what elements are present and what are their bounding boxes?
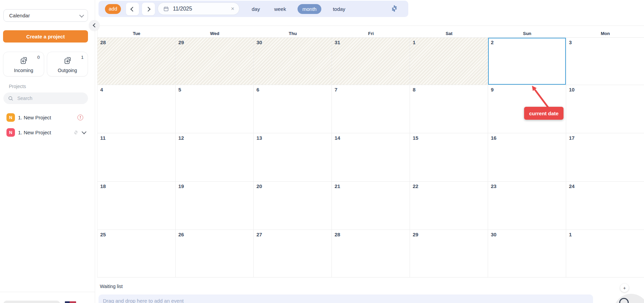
day-number: 25 — [100, 232, 106, 237]
calendar-toolbar: add × dayweekmonthtoday — [99, 1, 408, 17]
project-search — [3, 92, 88, 104]
day-number: 10 — [569, 87, 575, 92]
month-grid-body: 2829303112345678910111213141516171819202… — [97, 38, 644, 277]
calendar-top-border — [97, 26, 644, 26]
calendar-view-select[interactable]: Calendar — [3, 9, 88, 22]
incoming-card[interactable]: 0 Incoming — [3, 52, 44, 77]
day-number: 19 — [178, 183, 184, 189]
calendar-cell-current[interactable]: 2 — [488, 38, 566, 85]
calendar-cell[interactable]: 4 — [97, 85, 176, 133]
calendar-cell[interactable]: 30 — [254, 38, 332, 85]
sidebar-collapse-button[interactable] — [89, 20, 100, 31]
view-week-button[interactable]: week — [271, 4, 289, 14]
view-today-button[interactable]: today — [330, 4, 348, 14]
calendar-cell[interactable]: 6 — [254, 85, 332, 133]
project-row-2[interactable]: N 1. New Project — [0, 125, 95, 139]
calendar-cell[interactable]: 12 — [176, 133, 254, 182]
calendar-cell[interactable]: 17 — [566, 133, 644, 182]
create-project-button[interactable]: Create a project — [3, 30, 88, 43]
day-number: 9 — [491, 87, 494, 92]
day-number: 16 — [491, 135, 497, 141]
day-number: 8 — [413, 87, 415, 92]
calendar-cell[interactable]: 1 — [410, 38, 488, 85]
calendar-cell[interactable]: 14 — [332, 133, 410, 182]
chevron-down-icon[interactable] — [82, 130, 86, 134]
day-header-mon: Mon — [566, 29, 644, 37]
day-number: 30 — [491, 232, 497, 237]
gear-icon[interactable] — [73, 130, 78, 135]
calendar-cell[interactable]: 13 — [254, 133, 332, 182]
add-event-button[interactable]: add — [105, 4, 121, 14]
day-number: 21 — [335, 183, 340, 189]
chevron-left-icon — [130, 6, 135, 11]
dropzone-hint: Drag and drop here to add an event — [103, 298, 184, 303]
calendar-cell[interactable]: 22 — [410, 182, 488, 230]
day-number: 1 — [569, 232, 572, 237]
calendar-cell[interactable]: 28 — [97, 38, 176, 85]
clear-date-icon[interactable]: × — [231, 6, 234, 12]
day-number: 6 — [256, 87, 259, 92]
calendar-cell[interactable]: 28 — [332, 230, 410, 277]
next-period-button[interactable] — [142, 3, 155, 15]
calendar-cell[interactable]: 29 — [176, 38, 254, 85]
calendar-cell[interactable]: 29 — [410, 230, 488, 277]
search-input[interactable] — [17, 95, 84, 101]
calendar-cell[interactable]: 16 — [488, 133, 566, 182]
sidebar-divider — [0, 292, 95, 292]
outgoing-card[interactable]: 1 Outgoing — [47, 52, 88, 77]
view-day-button[interactable]: day — [249, 4, 263, 14]
calendar-cell[interactable]: 11 — [97, 133, 176, 182]
calendar-cell[interactable]: 24 — [566, 182, 644, 230]
search-icon — [8, 96, 13, 101]
chat-button[interactable] — [613, 294, 644, 303]
calendar-cell[interactable]: 8 — [410, 85, 488, 133]
calendar-cell[interactable]: 1 — [566, 230, 644, 277]
day-number: 14 — [335, 135, 340, 141]
calendar-cell[interactable]: 3 — [566, 38, 644, 85]
calendar-cell[interactable]: 23 — [488, 182, 566, 230]
day-number: 29 — [178, 39, 184, 45]
language-flag-icon[interactable] — [65, 301, 76, 303]
outgoing-label: Outgoing — [47, 68, 88, 73]
incoming-label: Incoming — [3, 68, 44, 73]
day-number: 12 — [178, 135, 184, 141]
project-avatar: N — [6, 113, 15, 122]
settings-gear-icon[interactable] — [391, 5, 398, 12]
calendar-cell[interactable]: 7 — [332, 85, 410, 133]
calendar-cell[interactable]: 18 — [97, 182, 176, 230]
calendar-cell[interactable]: 20 — [254, 182, 332, 230]
alert-icon[interactable]: ! — [77, 115, 83, 120]
calendar-cell[interactable]: 25 — [97, 230, 176, 277]
day-header-wed: Wed — [176, 29, 254, 37]
waiting-list-title: Waiting list — [100, 284, 123, 289]
calendar-cell[interactable]: 21 — [332, 182, 410, 230]
waiting-list-add-button[interactable]: + — [620, 284, 629, 292]
date-input[interactable] — [172, 5, 228, 12]
month-grid: TueWedThuFriSatSunMon 282930311234567891… — [97, 29, 644, 277]
calendar-cell[interactable]: 10 — [566, 85, 644, 133]
day-number: 18 — [100, 183, 106, 189]
calendar-cell[interactable]: 30 — [488, 230, 566, 277]
view-month-button[interactable]: month — [298, 4, 321, 14]
calendar-icon — [163, 6, 169, 12]
day-number: 29 — [413, 232, 418, 237]
date-picker: × — [158, 2, 239, 15]
prev-period-button[interactable] — [126, 3, 139, 15]
calendar-cell[interactable]: 19 — [176, 182, 254, 230]
day-number: 17 — [569, 135, 575, 141]
calendar-cell[interactable]: 27 — [254, 230, 332, 277]
day-number: 20 — [256, 183, 262, 189]
day-number: 23 — [491, 183, 497, 189]
day-header-thu: Thu — [254, 29, 332, 37]
bottom-toolbar-pill[interactable] — [3, 301, 60, 303]
calendar-cell[interactable]: 15 — [410, 133, 488, 182]
calendar-cell[interactable]: 26 — [176, 230, 254, 277]
calendar-cell[interactable]: 5 — [176, 85, 254, 133]
calendar-cell[interactable]: 31 — [332, 38, 410, 85]
clipboard-arrow-out-icon — [63, 56, 72, 65]
waiting-list-dropzone[interactable]: Drag and drop here to add an event — [99, 294, 593, 303]
day-number: 2 — [491, 39, 494, 45]
project-row-1[interactable]: N 1. New Project ! — [0, 111, 95, 124]
flag-right — [70, 301, 76, 303]
inbox-cards: 0 Incoming 1 Outgoing — [3, 52, 88, 77]
